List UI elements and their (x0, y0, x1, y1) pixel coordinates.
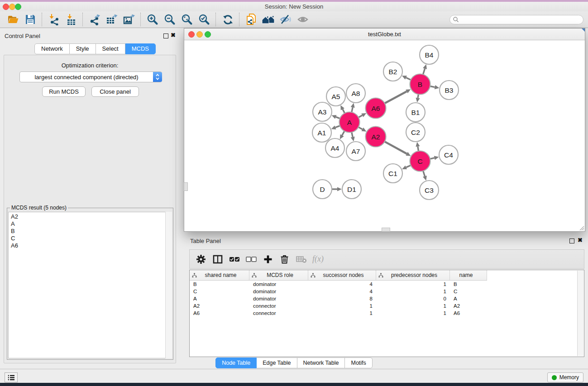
hide-details-button[interactable] (277, 12, 294, 27)
edge-A-A8[interactable] (352, 107, 353, 112)
mcds-result-item[interactable]: A6 (11, 242, 172, 249)
table-cell[interactable]: 4 (308, 281, 376, 288)
graph-node-B2[interactable]: B2 (383, 62, 402, 81)
search-box[interactable] (449, 15, 583, 24)
table-cell[interactable]: 1 (376, 302, 450, 310)
column-header-successor-nodes[interactable]: successor nodes (308, 270, 376, 280)
edge-C-C2[interactable] (418, 147, 419, 151)
tab-motifs[interactable]: Motifs (345, 357, 372, 368)
table-cell[interactable]: 1 (376, 288, 450, 295)
graph-node-A2[interactable]: A2 (366, 127, 386, 147)
table-cell[interactable]: A6 (450, 310, 487, 317)
mcds-result-scrollbar[interactable] (165, 212, 172, 358)
table-cell[interactable]: A2 (190, 302, 249, 310)
table-cell[interactable]: 1 (376, 310, 450, 317)
column-header-predecessor-nodes[interactable]: predecessor nodes (376, 270, 450, 280)
edge-A2-C[interactable] (385, 142, 407, 154)
table-cell[interactable]: 8 (308, 295, 376, 302)
save-session-button[interactable] (22, 12, 39, 27)
home-button[interactable] (260, 12, 277, 27)
run-mcds-button[interactable]: Run MCDS (42, 86, 86, 97)
table-cell[interactable]: A6 (190, 310, 249, 317)
column-header-MCDS-role[interactable]: MCDS role (249, 270, 308, 280)
graph-node-B4[interactable]: B4 (420, 45, 439, 64)
table-cell[interactable]: 0 (376, 295, 450, 302)
memory-button[interactable]: Memory (547, 372, 583, 382)
tab-mcds[interactable]: MCDS (125, 43, 156, 54)
mcds-result-item[interactable]: C (11, 235, 172, 242)
resize-grip-icon[interactable] (578, 225, 584, 231)
show-view-button[interactable] (294, 12, 311, 27)
table-row[interactable]: A6connector11A6 (190, 310, 487, 317)
unselect-all-columns-button[interactable] (243, 251, 259, 267)
graph-node-A[interactable]: A (339, 112, 360, 133)
edge-B-B1[interactable] (418, 94, 418, 98)
table-cell[interactable]: C (190, 288, 249, 295)
zoom-selected-button[interactable] (196, 12, 213, 27)
zoom-traffic-light[interactable] (15, 4, 21, 10)
network-canvas[interactable]: B4B2BB3A8A5A6A3B1AC2A1A2A4A7C4CC1C3DD1 (184, 40, 585, 231)
table-cell[interactable]: 1 (308, 310, 376, 317)
table-cell[interactable]: A (450, 295, 487, 302)
mcds-result-item[interactable]: A2 (11, 213, 172, 220)
zoom-in-button[interactable] (144, 12, 161, 27)
graph-node-C2[interactable]: C2 (406, 123, 425, 142)
bottom-divider-grip[interactable] (382, 228, 390, 232)
close-panel-icon[interactable]: ✖ (171, 32, 176, 38)
graph-node-B1[interactable]: B1 (406, 103, 425, 122)
export-table-button[interactable] (103, 12, 120, 27)
graph-node-A1[interactable]: A1 (312, 123, 331, 142)
float-panel-icon[interactable] (569, 238, 574, 243)
delete-column-button[interactable] (276, 251, 293, 267)
table-cell[interactable]: A2 (450, 302, 487, 310)
table-cell[interactable]: dominator (249, 295, 308, 302)
edge-A6-B[interactable] (385, 91, 407, 103)
graph-node-A5[interactable]: A5 (326, 87, 345, 106)
open-session-button[interactable] (5, 12, 22, 27)
mcds-result-item[interactable]: B (11, 228, 172, 235)
criterion-dropdown[interactable]: largest connected component (directed) (19, 71, 162, 82)
tab-network-table[interactable]: Network Table (297, 357, 345, 368)
table-cell[interactable]: C (450, 288, 487, 295)
graph-node-C1[interactable]: C1 (383, 164, 402, 183)
edge-B-B4[interactable] (423, 69, 425, 75)
import-table-button[interactable] (62, 12, 80, 27)
table-cell[interactable]: connector (249, 310, 308, 317)
edge-C-C1[interactable] (406, 165, 411, 167)
table-cell[interactable]: connector (249, 302, 308, 310)
graph-node-A3[interactable]: A3 (313, 102, 332, 121)
table-settings-button[interactable] (192, 251, 209, 267)
table-cell[interactable]: 1 (308, 302, 376, 310)
edge-A-A3[interactable] (336, 117, 340, 118)
minimize-traffic-light[interactable] (196, 31, 203, 38)
minimize-traffic-light[interactable] (9, 4, 15, 10)
edge-A-A1[interactable] (335, 126, 340, 128)
select-all-columns-button[interactable] (226, 251, 243, 267)
export-image-button[interactable] (120, 12, 138, 27)
table-cell[interactable]: B (450, 281, 487, 288)
search-input[interactable] (459, 15, 583, 24)
tab-edge-table[interactable]: Edge Table (257, 357, 297, 368)
edge-C-C3[interactable] (423, 171, 425, 176)
graph-node-B3[interactable]: B3 (440, 81, 459, 100)
close-traffic-light[interactable] (3, 4, 9, 10)
graph-node-D1[interactable]: D1 (342, 180, 361, 199)
edge-B-B2[interactable] (406, 78, 411, 80)
clone-network-button[interactable] (243, 12, 260, 27)
table-cell[interactable]: 1 (376, 281, 450, 288)
edge-A-A6[interactable] (359, 115, 363, 118)
tab-node-table[interactable]: Node Table (215, 357, 257, 368)
graph-node-A7[interactable]: A7 (346, 142, 365, 161)
close-panel-button[interactable]: Close panel (91, 86, 139, 97)
close-traffic-light[interactable] (188, 31, 195, 38)
edge-C-C4[interactable] (430, 158, 435, 159)
table-row[interactable]: Cdominator41C (190, 288, 487, 295)
table-row[interactable]: Bdominator41B (190, 281, 487, 288)
table-scrollbar[interactable] (577, 271, 583, 356)
graph-node-A6[interactable]: A6 (366, 98, 386, 119)
network-window-titlebar[interactable]: testGlobe.txt (184, 29, 585, 40)
table-cell[interactable]: B (190, 281, 249, 288)
graph-node-D[interactable]: D (313, 180, 332, 199)
zoom-traffic-light[interactable] (205, 31, 211, 38)
graph-node-B[interactable]: B (410, 74, 430, 95)
